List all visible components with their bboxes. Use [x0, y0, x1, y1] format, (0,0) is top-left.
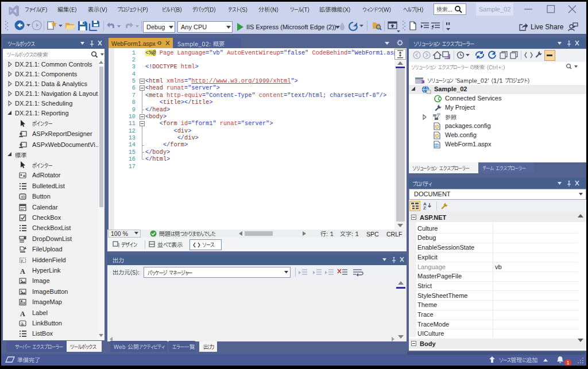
svg-text:2: 2: [431, 26, 434, 30]
svg-text:ab: ab: [21, 195, 25, 199]
svg-text:Z: Z: [423, 205, 426, 211]
svg-text:A: A: [20, 309, 25, 317]
svg-text:#: #: [21, 258, 23, 262]
svg-text:a: a: [21, 321, 23, 325]
svg-text:A: A: [20, 267, 25, 275]
